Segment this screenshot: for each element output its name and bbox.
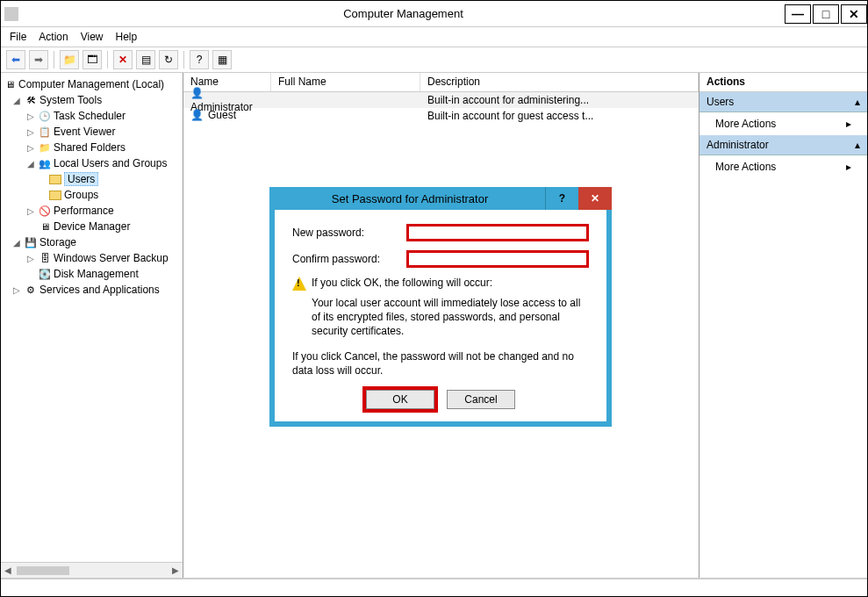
actions-section-users[interactable]: Users ▴ xyxy=(699,92,867,112)
warning-icon xyxy=(292,277,306,291)
new-password-row: New password: xyxy=(292,224,589,241)
actions-section-administrator[interactable]: Administrator ▴ xyxy=(699,135,867,155)
collapse-icon: ▴ xyxy=(855,96,860,108)
dialog-body: New password: Confirm password: If you c… xyxy=(275,210,606,421)
window-title: Computer Management xyxy=(24,7,783,20)
disk-icon: 💽 xyxy=(38,267,52,281)
menu-help[interactable]: Help xyxy=(116,31,138,43)
expand-icon[interactable]: ▷ xyxy=(24,111,38,121)
actions-more-administrator[interactable]: More Actions ▸ xyxy=(699,155,867,178)
statusbar xyxy=(1,579,867,596)
forward-button[interactable]: ➡ xyxy=(29,50,48,69)
col-desc[interactable]: Description xyxy=(420,73,699,91)
titlebar: Computer Management — □ ✕ xyxy=(1,1,867,27)
up-button[interactable]: 📁 xyxy=(60,50,79,69)
tree-groups[interactable]: Groups xyxy=(3,187,181,203)
tree-pane: 🖥 Computer Management (Local) ◢ 🛠 System… xyxy=(1,73,183,578)
collapse-icon[interactable]: ◢ xyxy=(24,159,38,169)
performance-icon: 🚫 xyxy=(38,204,52,218)
device-icon: 🖥 xyxy=(38,219,52,234)
folder-icon xyxy=(48,188,62,202)
tree-root[interactable]: 🖥 Computer Management (Local) xyxy=(3,76,181,92)
actions-pane: Actions Users ▴ More Actions ▸ Administr… xyxy=(699,73,867,578)
tools-icon: 🛠 xyxy=(24,93,38,107)
dialog-help-button[interactable]: ? xyxy=(545,187,578,210)
help-button[interactable]: ? xyxy=(190,50,209,69)
cancel-info: If you click Cancel, the password will n… xyxy=(292,349,589,378)
tree-task-scheduler[interactable]: ▷ 🕒 Task Scheduler xyxy=(3,108,181,124)
new-password-input[interactable] xyxy=(406,224,589,241)
tree-disk-mgmt[interactable]: 💽 Disk Management xyxy=(3,266,181,282)
properties-button[interactable]: ▤ xyxy=(136,50,155,69)
tree-scrollbar[interactable]: ◀ ▶ xyxy=(1,562,183,578)
collapse-icon: ▴ xyxy=(855,139,860,151)
minimize-button[interactable]: — xyxy=(785,4,811,24)
expand-icon[interactable]: ▷ xyxy=(10,285,24,295)
actions-more-users[interactable]: More Actions ▸ xyxy=(699,112,867,135)
delete-button[interactable]: ✕ xyxy=(113,50,133,69)
menu-view[interactable]: View xyxy=(81,31,104,43)
chevron-right-icon: ▸ xyxy=(846,118,851,130)
scroll-left-icon[interactable]: ◀ xyxy=(1,565,15,575)
warning-heading: If you click OK, the following will occu… xyxy=(312,277,492,289)
toolbar-divider xyxy=(54,51,54,68)
window-buttons: — □ ✕ xyxy=(783,4,867,24)
backup-icon: 🗄 xyxy=(38,251,52,265)
tree-wsb[interactable]: ▷ 🗄 Windows Server Backup xyxy=(3,250,181,266)
back-button[interactable]: ⬅ xyxy=(6,50,25,69)
menubar: File Action View Help xyxy=(1,27,867,47)
col-full[interactable]: Full Name xyxy=(271,73,420,91)
warning-body: Your local user account will immediately… xyxy=(312,296,589,339)
warning-row: If you click OK, the following will occu… xyxy=(292,277,589,291)
collapse-icon[interactable]: ◢ xyxy=(10,96,24,105)
toolbar-divider xyxy=(107,51,108,68)
tree-storage[interactable]: ◢ 💾 Storage xyxy=(3,234,181,250)
actions-title: Actions xyxy=(699,73,867,92)
cancel-button[interactable]: Cancel xyxy=(447,390,515,409)
list-pane: Name Full Name Description 👤Administrato… xyxy=(183,73,699,578)
menu-file[interactable]: File xyxy=(10,31,26,43)
tree-system-tools[interactable]: ◢ 🛠 System Tools xyxy=(3,92,181,108)
toolbar: ⬅ ➡ 📁 🗔 ✕ ▤ ↻ ? ▦ xyxy=(1,47,867,73)
expand-icon[interactable]: ▷ xyxy=(24,254,38,263)
dialog-titlebar: Set Password for Administrator ? ✕ xyxy=(269,187,612,210)
show-hide-tree-button[interactable]: 🗔 xyxy=(82,50,102,69)
dialog-title: Set Password for Administrator xyxy=(275,192,545,205)
scroll-thumb[interactable] xyxy=(17,566,69,575)
tree-device-manager[interactable]: 🖥 Device Manager xyxy=(3,219,181,234)
action-pane-button[interactable]: ▦ xyxy=(212,50,232,69)
event-icon: 📋 xyxy=(38,125,52,139)
tree-shared-folders[interactable]: ▷ 📁 Shared Folders xyxy=(3,140,181,155)
expand-icon[interactable]: ▷ xyxy=(24,143,38,153)
app-icon xyxy=(4,7,18,21)
ok-button[interactable]: OK xyxy=(366,390,434,409)
confirm-password-label: Confirm password: xyxy=(292,253,406,265)
menu-action[interactable]: Action xyxy=(39,31,68,43)
tree-services[interactable]: ▷ ⚙ Services and Applications xyxy=(3,282,181,298)
main-window: Computer Management — □ ✕ File Action Vi… xyxy=(0,0,868,597)
expand-icon[interactable]: ▷ xyxy=(24,206,38,216)
expand-icon[interactable]: ▷ xyxy=(24,127,38,137)
refresh-button[interactable]: ↻ xyxy=(159,50,178,69)
set-password-dialog: Set Password for Administrator ? ✕ New p… xyxy=(269,187,612,427)
tree-event-viewer[interactable]: ▷ 📋 Event Viewer xyxy=(3,124,181,140)
collapse-icon[interactable]: ◢ xyxy=(10,238,24,248)
storage-icon: 💾 xyxy=(24,235,38,249)
main-area: 🖥 Computer Management (Local) ◢ 🛠 System… xyxy=(1,73,867,579)
new-password-label: New password: xyxy=(292,227,406,239)
folder-icon xyxy=(48,172,62,186)
tree-performance[interactable]: ▷ 🚫 Performance xyxy=(3,203,181,219)
close-button[interactable]: ✕ xyxy=(841,4,867,24)
list-row-guest[interactable]: 👤Guest Built-in account for guest access… xyxy=(183,108,699,124)
list-body: 👤Administrator Built-in account for admi… xyxy=(183,92,699,124)
scroll-right-icon[interactable]: ▶ xyxy=(169,565,183,575)
clock-icon: 🕒 xyxy=(38,109,52,123)
user-icon: 👤 xyxy=(190,109,204,123)
tree-local-users[interactable]: ◢ 👥 Local Users and Groups xyxy=(3,155,181,171)
list-row-administrator[interactable]: 👤Administrator Built-in account for admi… xyxy=(183,92,699,108)
users-group-icon: 👥 xyxy=(38,156,52,170)
dialog-close-button[interactable]: ✕ xyxy=(578,187,612,210)
confirm-password-input[interactable] xyxy=(406,250,589,268)
maximize-button[interactable]: □ xyxy=(813,4,839,24)
tree-users[interactable]: Users xyxy=(3,171,181,187)
